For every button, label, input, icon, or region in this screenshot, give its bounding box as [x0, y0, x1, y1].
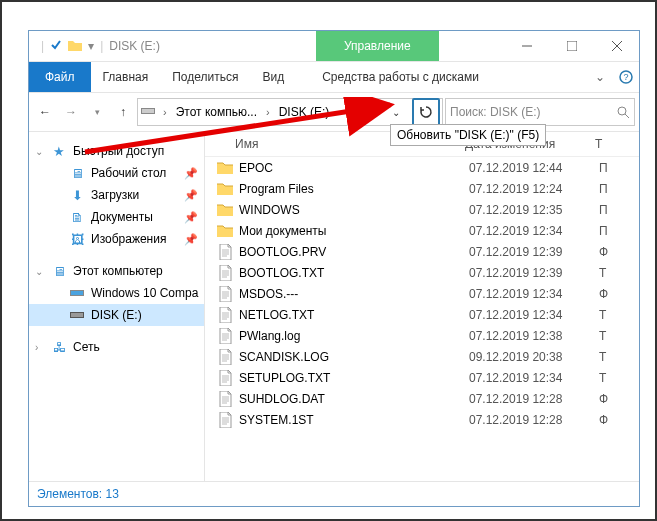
- file-date: 07.12.2019 12:39: [469, 266, 599, 280]
- file-row[interactable]: SYSTEM.1ST07.12.2019 12:28Ф: [205, 409, 639, 430]
- file-row[interactable]: EPOC07.12.2019 12:44П: [205, 157, 639, 178]
- svg-rect-6: [142, 109, 154, 113]
- drive-icon: [140, 105, 156, 120]
- search-placeholder: Поиск: DISK (E:): [450, 105, 611, 119]
- tab-home[interactable]: Главная: [91, 62, 161, 92]
- svg-text:?: ?: [623, 72, 628, 82]
- back-button[interactable]: ←: [33, 100, 57, 124]
- navpane-label: Windows 10 Compa: [91, 286, 198, 300]
- chevron-right-icon[interactable]: ›: [35, 342, 38, 353]
- file-row[interactable]: SCANDISK.LOG09.12.2019 20:38Т: [205, 346, 639, 367]
- address-bar[interactable]: › Этот компью... › DISK (E:) ⌄: [137, 98, 443, 126]
- navpane-drive-c[interactable]: Windows 10 Compa: [29, 282, 204, 304]
- file-icon: [215, 349, 235, 365]
- navpane-label: DISK (E:): [91, 308, 142, 322]
- navigation-bar: ← → ▾ ↑ › Этот компью... › DISK (E:) ⌄ П…: [29, 93, 639, 132]
- file-name: Program Files: [235, 182, 469, 196]
- file-icon: [215, 370, 235, 386]
- file-row[interactable]: SETUPLOG.TXT07.12.2019 12:34Т: [205, 367, 639, 388]
- column-type[interactable]: Т: [595, 137, 639, 151]
- file-type: Ф: [599, 287, 639, 301]
- pin-icon: 📌: [184, 233, 198, 246]
- file-name: SYSTEM.1ST: [235, 413, 469, 427]
- qat-check-icon[interactable]: [50, 39, 62, 54]
- minimize-button[interactable]: [504, 31, 549, 61]
- tab-file[interactable]: Файл: [29, 62, 91, 92]
- navpane-desktop[interactable]: 🖥 Рабочий стол 📌: [29, 162, 204, 184]
- file-row[interactable]: SUHDLOG.DAT07.12.2019 12:28Ф: [205, 388, 639, 409]
- ribbon-collapse-button[interactable]: ⌄: [587, 62, 613, 92]
- pin-icon: 📌: [184, 189, 198, 202]
- file-row[interactable]: BOOTLOG.PRV07.12.2019 12:39Ф: [205, 241, 639, 262]
- forward-button[interactable]: →: [59, 100, 83, 124]
- tab-share[interactable]: Поделиться: [160, 62, 250, 92]
- file-row[interactable]: Program Files07.12.2019 12:24П: [205, 178, 639, 199]
- file-row[interactable]: MSDOS.---07.12.2019 12:34Ф: [205, 283, 639, 304]
- svg-rect-9: [71, 291, 83, 295]
- up-button[interactable]: ↑: [111, 100, 135, 124]
- navpane-thispc[interactable]: ⌄ 🖥 Этот компьютер: [29, 260, 204, 282]
- file-row[interactable]: NETLOG.TXT07.12.2019 12:34Т: [205, 304, 639, 325]
- file-type: Т: [599, 308, 639, 322]
- help-button[interactable]: ?: [613, 62, 639, 92]
- file-icon: [215, 412, 235, 428]
- file-type: П: [599, 161, 639, 175]
- navpane-downloads[interactable]: ⬇ Загрузки 📌: [29, 184, 204, 206]
- search-icon: [617, 106, 630, 119]
- chevron-right-icon[interactable]: ›: [160, 106, 170, 118]
- tab-drive-tools[interactable]: Средства работы с дисками: [310, 62, 491, 92]
- file-row[interactable]: Мои документы07.12.2019 12:34П: [205, 220, 639, 241]
- file-explorer-window: | ▾ | DISK (E:) Управление Файл Главная …: [28, 30, 640, 507]
- file-row[interactable]: PWlang.log07.12.2019 12:38Т: [205, 325, 639, 346]
- recent-button[interactable]: ▾: [85, 100, 109, 124]
- item-count: Элементов: 13: [37, 487, 119, 501]
- file-row[interactable]: BOOTLOG.TXT07.12.2019 12:39Т: [205, 262, 639, 283]
- navpane-drive-e[interactable]: DISK (E:): [29, 304, 204, 326]
- file-type: П: [599, 203, 639, 217]
- file-date: 07.12.2019 12:28: [469, 392, 599, 406]
- star-icon: ★: [51, 143, 67, 159]
- file-type: Т: [599, 371, 639, 385]
- file-name: SUHDLOG.DAT: [235, 392, 469, 406]
- content-pane: Имя Дата изменения Т EPOC07.12.2019 12:4…: [205, 132, 639, 481]
- file-row[interactable]: WINDOWS07.12.2019 12:35П: [205, 199, 639, 220]
- drive-icon: [69, 285, 85, 301]
- chevron-down-icon[interactable]: ⌄: [35, 146, 43, 157]
- navpane-label: Рабочий стол: [91, 166, 166, 180]
- search-box[interactable]: Поиск: DISK (E:): [445, 98, 635, 126]
- navpane-label: Этот компьютер: [73, 264, 163, 278]
- chevron-right-icon[interactable]: ›: [263, 106, 273, 118]
- file-type: Ф: [599, 413, 639, 427]
- navpane-label: Быстрый доступ: [73, 144, 164, 158]
- maximize-button[interactable]: [549, 31, 594, 61]
- pictures-icon: 🖼: [69, 231, 85, 247]
- navpane-quick-access[interactable]: ⌄ ★ Быстрый доступ: [29, 140, 204, 162]
- svg-rect-2: [567, 41, 577, 51]
- file-list[interactable]: EPOC07.12.2019 12:44ПProgram Files07.12.…: [205, 157, 639, 481]
- svg-rect-11: [71, 313, 83, 317]
- file-name: NETLOG.TXT: [235, 308, 469, 322]
- file-date: 07.12.2019 12:24: [469, 182, 599, 196]
- navpane-label: Изображения: [91, 232, 166, 246]
- breadcrumb-current[interactable]: DISK (E:): [277, 105, 332, 119]
- file-type: Ф: [599, 392, 639, 406]
- chevron-down-icon[interactable]: ⌄: [35, 266, 43, 277]
- ribbon-tabs: Файл Главная Поделиться Вид Средства раб…: [29, 62, 639, 93]
- refresh-button[interactable]: [412, 98, 440, 126]
- svg-point-7: [618, 107, 626, 115]
- file-date: 07.12.2019 12:35: [469, 203, 599, 217]
- qat-folder-icon[interactable]: [68, 39, 82, 54]
- history-dropdown-button[interactable]: ⌄: [384, 100, 408, 124]
- file-type: Т: [599, 350, 639, 364]
- navpane-network[interactable]: › 🖧 Сеть: [29, 336, 204, 358]
- file-date: 07.12.2019 12:28: [469, 413, 599, 427]
- file-type: Т: [599, 329, 639, 343]
- tab-view[interactable]: Вид: [250, 62, 296, 92]
- close-button[interactable]: [594, 31, 639, 61]
- manage-tab[interactable]: Управление: [316, 31, 439, 61]
- breadcrumb-thispc[interactable]: Этот компью...: [174, 105, 259, 119]
- navpane-documents[interactable]: 🗎 Документы 📌: [29, 206, 204, 228]
- refresh-tooltip: Обновить "DISK (E:)" (F5): [390, 124, 546, 146]
- navpane-pictures[interactable]: 🖼 Изображения 📌: [29, 228, 204, 250]
- network-icon: 🖧: [51, 339, 67, 355]
